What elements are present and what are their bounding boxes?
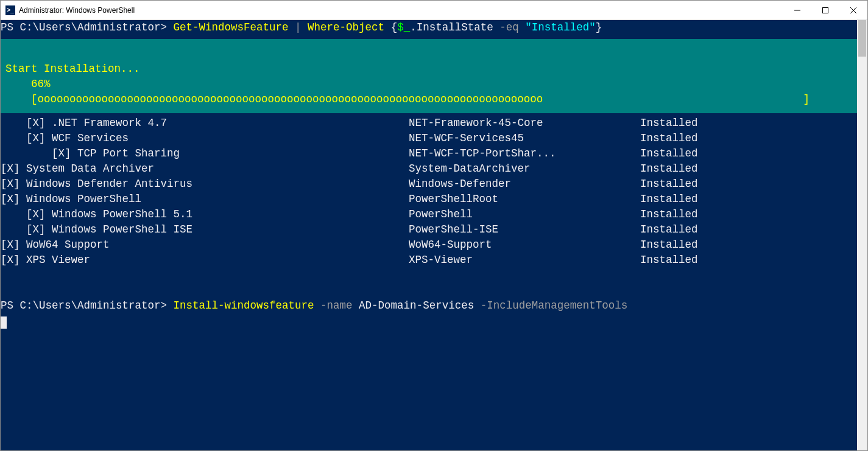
feature-display-name: [X] Windows PowerShell ISE — [1, 222, 409, 237]
param-name: -name — [320, 299, 359, 312]
feature-name: NET-Framework-45-Core — [409, 116, 640, 131]
feature-install-state: Installed — [640, 253, 698, 268]
cursor — [1, 316, 7, 329]
feature-name: XPS-Viewer — [409, 253, 640, 268]
feature-install-state: Installed — [640, 237, 698, 253]
prompt-2: PS C:\Users\Administrator> — [1, 299, 174, 312]
arg-ad-domain-services: AD-Domain-Services — [359, 299, 481, 312]
titlebar[interactable]: >_ Administrator: Windows PowerShell — [1, 1, 867, 20]
feature-display-name: [X] WoW64 Support — [1, 237, 409, 253]
powershell-icon: >_ — [5, 5, 15, 15]
string-literal: "Installed" — [525, 21, 596, 33]
progress-title: Start Installation... — [5, 63, 140, 75]
maximize-button[interactable] — [811, 1, 839, 19]
feature-install-state: Installed — [640, 131, 698, 146]
pipeline-var: $_ — [397, 21, 410, 33]
feature-display-name: [X] .NET Framework 4.7 — [1, 116, 409, 131]
prompt-1: PS C:\Users\Administrator> — [1, 21, 174, 33]
feature-row: [X] WoW64 SupportWoW64-SupportInstalled — [1, 237, 857, 253]
feature-row: [X] .NET Framework 4.7NET-Framework-45-C… — [1, 116, 857, 131]
feature-install-state: Installed — [640, 207, 698, 222]
close-brace: } — [596, 21, 602, 33]
feature-install-state: Installed — [640, 222, 698, 237]
feature-row: [X] Windows PowerShell ISEPowerShell-ISE… — [1, 222, 857, 237]
feature-row: [X] WCF ServicesNET-WCF-Services45Instal… — [1, 131, 857, 146]
minimize-button[interactable] — [783, 1, 811, 19]
svg-rect-1 — [823, 7, 828, 13]
cmdlet-where-object: Where-Object — [308, 21, 391, 33]
vertical-scrollbar[interactable] — [857, 20, 867, 450]
open-brace: { — [391, 21, 398, 33]
feature-row: [X] TCP Port SharingNET-WCF-TCP-PortShar… — [1, 146, 857, 161]
progress-panel: Start Installation... 66% [ooooooooooooo… — [1, 39, 857, 113]
feature-name: PowerShell — [409, 207, 640, 222]
property-access: .InstallState — [410, 21, 499, 33]
maximize-icon — [822, 7, 828, 13]
console-output[interactable]: PS C:\Users\Administrator> Get-WindowsFe… — [1, 20, 857, 450]
progress-bar-open: [ — [5, 92, 38, 107]
minimize-icon — [794, 7, 800, 13]
feature-row: [X] Windows Defender AntivirusWindows-De… — [1, 177, 857, 192]
feature-row: [X] Windows PowerShellPowerShellRootInst… — [1, 192, 857, 207]
feature-display-name: [X] System Data Archiver — [1, 161, 409, 177]
close-icon — [850, 7, 856, 13]
feature-name: NET-WCF-Services45 — [409, 131, 640, 146]
feature-name: System-DataArchiver — [409, 161, 640, 177]
feature-display-name: [X] Windows PowerShell — [1, 192, 409, 207]
progress-percent: 66% — [5, 78, 51, 90]
scrollbar-thumb[interactable] — [858, 20, 866, 57]
param-include-tools: -IncludeManagementTools — [481, 299, 628, 312]
feature-row: [X] Windows PowerShell 5.1PowerShellInst… — [1, 207, 857, 222]
feature-display-name: [X] Windows Defender Antivirus — [1, 177, 409, 192]
feature-display-name: [X] TCP Port Sharing — [1, 146, 409, 161]
feature-name: PowerShell-ISE — [409, 222, 640, 237]
feature-display-name: [X] XPS Viewer — [1, 253, 409, 268]
pipe-operator: | — [289, 21, 308, 33]
feature-install-state: Installed — [640, 192, 698, 207]
window-controls — [783, 1, 867, 19]
cmdlet-install-windowsfeature: Install-windowsfeature — [174, 299, 321, 312]
feature-name: WoW64-Support — [409, 237, 640, 253]
feature-display-name: [X] WCF Services — [1, 131, 409, 146]
feature-row: [X] System Data ArchiverSystem-DataArchi… — [1, 161, 857, 177]
feature-list: [X] .NET Framework 4.7NET-Framework-45-C… — [1, 116, 857, 268]
window-title: Administrator: Windows PowerShell — [19, 6, 135, 15]
cmdlet-get-windowsfeature: Get-WindowsFeature — [174, 21, 289, 33]
progress-bar-fill: oooooooooooooooooooooooooooooooooooooooo… — [38, 92, 543, 107]
feature-name: Windows-Defender — [409, 177, 640, 192]
feature-row: [X] XPS ViewerXPS-ViewerInstalled — [1, 253, 857, 268]
feature-install-state: Installed — [640, 146, 698, 161]
feature-install-state: Installed — [640, 116, 698, 131]
powershell-window: >_ Administrator: Windows PowerShell PS … — [0, 0, 868, 451]
feature-name: NET-WCF-TCP-PortShar... — [409, 146, 640, 161]
progress-bar-close: ] — [803, 92, 852, 107]
eq-operator: -eq — [499, 21, 525, 33]
feature-install-state: Installed — [640, 161, 698, 177]
feature-install-state: Installed — [640, 177, 698, 192]
feature-name: PowerShellRoot — [409, 192, 640, 207]
close-button[interactable] — [839, 1, 867, 19]
feature-display-name: [X] Windows PowerShell 5.1 — [1, 207, 409, 222]
